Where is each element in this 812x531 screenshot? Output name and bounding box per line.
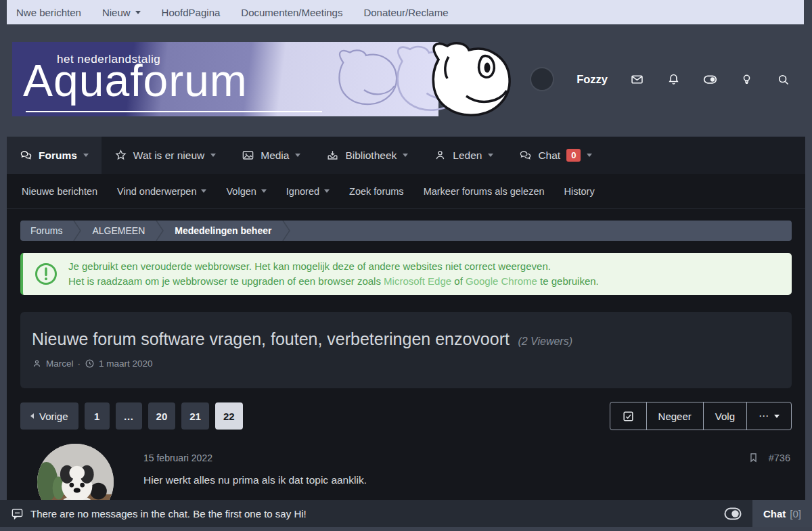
post-body-text: Hier werkt alles nu prima als ik dat top… (143, 474, 792, 486)
tab-forums-label: Forums (39, 149, 77, 162)
chevron-down-icon (324, 189, 330, 193)
lightbulb-icon[interactable] (740, 72, 754, 87)
volg-button[interactable]: Volg (703, 402, 746, 430)
breadcrumb-algemeen[interactable]: ALGEMEEN (82, 225, 155, 236)
breadcrumb-forums[interactable]: Forums (20, 225, 72, 236)
page-ellipsis-button[interactable]: … (116, 402, 142, 430)
sub-nav: Nieuwe berichten Vind onderwerpen Volgen… (7, 174, 805, 209)
topbar: Nwe berichten Nieuw HoofdPagina Document… (7, 0, 804, 24)
breadcrumb: Forums ALGEMEEN Mededelingen beheer (20, 221, 792, 241)
negeer-button[interactable]: Negeer (646, 402, 703, 430)
tab-leden[interactable]: Leden (421, 137, 506, 174)
subnav-volgen[interactable]: Volgen (226, 186, 266, 197)
topbar-link-nwe-berichten[interactable]: Nwe berichten (16, 7, 81, 18)
breadcrumb-separator-icon (281, 221, 291, 241)
page-button-21[interactable]: 21 (181, 402, 209, 430)
topbar-menu-nieuw[interactable]: Nieuw (102, 7, 141, 18)
page-button-20[interactable]: 20 (148, 402, 176, 430)
bookmark-icon[interactable] (748, 452, 759, 463)
main-container: Forums Wat is er nieuw Media (7, 137, 805, 500)
prev-page-button[interactable]: Vorige (20, 402, 78, 430)
chat-toggle-icon[interactable] (724, 507, 742, 520)
chevron-down-icon (295, 154, 300, 157)
thread-meta: Marcel · 1 maart 2020 (32, 359, 780, 369)
tab-chat-label: Chat (538, 149, 560, 162)
alert-line2-mid: of (451, 275, 466, 287)
chevron-down-icon (261, 189, 267, 193)
thread-header: Nieuwe forum software vragen, fouten, ve… (20, 312, 792, 388)
post-number[interactable]: #736 (769, 453, 790, 463)
pagination-row: Vorige 1 … 20 21 22 Negeer Volg (20, 402, 792, 430)
user-avatar[interactable] (530, 67, 554, 91)
alert-line2-pre: Het is raadzaam om je webbrowser te upgr… (68, 275, 384, 287)
chat-bubble-icon (11, 507, 24, 520)
person-icon (434, 149, 447, 162)
alert-line1: Je gebruikt een verouderde webbrowser. H… (68, 259, 599, 274)
thread-date[interactable]: 1 maart 2020 (99, 359, 153, 369)
subnav-vind-onderwerpen-label: Vind onderwerpen (117, 186, 196, 197)
alert-text: Je gebruikt een verouderde webbrowser. H… (68, 259, 599, 289)
post-date[interactable]: 15 februari 2022 (143, 453, 212, 463)
meta-separator: · (78, 359, 81, 369)
header-user-area: Fozzy (530, 65, 790, 93)
messages-envelope-icon[interactable] (630, 72, 644, 87)
image-icon (242, 149, 254, 162)
subnav-markeer-gelezen[interactable]: Markeer forums als gelezen (424, 186, 545, 197)
tab-media-label: Media (261, 149, 289, 162)
site-logo[interactable]: het nederlandstalig Aquaforum (12, 42, 438, 116)
viewers-count: (2 Viewers) (518, 336, 572, 347)
post-header: 15 februari 2022 #736 (143, 452, 792, 463)
content-area: Forums ALGEMEEN Mededelingen beheer Je g… (7, 221, 805, 517)
chat-bar: There are no messages in the chat. Be th… (0, 500, 812, 527)
google-chrome-link[interactable]: Google Chrome (466, 275, 537, 287)
topbar-link-donateur-reclame[interactable]: Donateur/Reclame (363, 7, 448, 18)
chat-tab-count: [0] (790, 508, 801, 520)
subnav-nieuwe-berichten[interactable]: Nieuwe berichten (22, 186, 97, 197)
chevron-down-icon (83, 154, 89, 157)
alert-line2-post: te gebruiken. (537, 275, 599, 287)
main-nav: Forums Wat is er nieuw Media (7, 137, 805, 174)
tab-leden-label: Leden (453, 149, 482, 162)
thread-actions: Negeer Volg ⋯ (610, 402, 792, 430)
topbar-link-hoofdpagina[interactable]: HoofdPagina (162, 7, 221, 18)
alerts-bell-icon[interactable] (667, 72, 681, 87)
breadcrumb-current[interactable]: Mededelingen beheer (164, 225, 281, 236)
page: Nwe berichten Nieuw HoofdPagina Document… (0, 0, 812, 531)
post-content: 15 februari 2022 #736 Hier werkt alles n… (143, 442, 792, 486)
chevron-left-icon (30, 413, 34, 419)
microsoft-edge-link[interactable]: Microsoft Edge (384, 275, 451, 287)
subnav-zoek-forums[interactable]: Zoek forums (349, 186, 404, 197)
select-posts-button[interactable] (610, 402, 646, 430)
subnav-vind-onderwerpen[interactable]: Vind onderwerpen (117, 186, 206, 197)
chat-tab-button[interactable]: Chat [0] (752, 500, 812, 527)
chat-empty-message-text: There are no messages in the chat. Be th… (30, 508, 307, 520)
more-actions-button[interactable]: ⋯ (746, 402, 791, 430)
thread-author[interactable]: Marcel (46, 359, 74, 369)
tab-wat-is-er-nieuw-label: Wat is er nieuw (133, 149, 204, 162)
page-button-1[interactable]: 1 (85, 402, 110, 430)
search-icon[interactable] (776, 72, 790, 87)
subnav-ignored[interactable]: Ignored (286, 186, 330, 197)
tab-bibliotheek[interactable]: Bibliotheek (313, 137, 421, 174)
tab-bibliotheek-label: Bibliotheek (345, 149, 397, 162)
tab-media[interactable]: Media (229, 137, 313, 174)
subnav-history[interactable]: History (564, 186, 595, 197)
theme-toggle-icon[interactable] (703, 72, 717, 87)
subnav-volgen-label: Volgen (226, 186, 256, 197)
tab-wat-is-er-nieuw[interactable]: Wat is er nieuw (102, 137, 229, 174)
tab-forums[interactable]: Forums (7, 137, 102, 174)
chat-empty-message: There are no messages in the chat. Be th… (11, 507, 307, 520)
prev-page-label: Vorige (39, 411, 68, 422)
breadcrumb-separator-icon (72, 221, 82, 241)
checkbox-icon (622, 410, 635, 423)
library-download-icon (326, 149, 339, 162)
speech-bubbles-icon (519, 149, 532, 162)
username[interactable]: Fozzy (577, 73, 608, 86)
chat-count-badge: 0 (566, 149, 581, 162)
topbar-link-documenten-meetings[interactable]: Documenten/Meetings (241, 7, 342, 18)
page-button-22-current[interactable]: 22 (215, 402, 243, 430)
logo-underline (26, 111, 322, 112)
tab-chat[interactable]: Chat 0 (506, 137, 605, 174)
page-title: Nieuwe forum software vragen, fouten, ve… (32, 329, 510, 348)
chat-tab-label: Chat (763, 508, 786, 520)
